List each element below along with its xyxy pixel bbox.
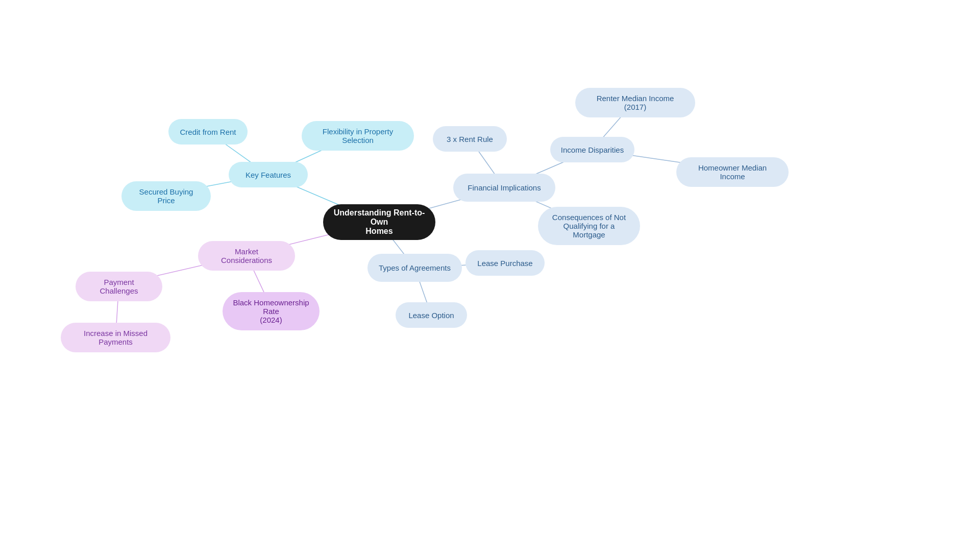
node-homeowner_median[interactable]: Homeowner Median Income: [676, 157, 789, 187]
node-lease_purchase[interactable]: Lease Purchase: [465, 250, 545, 276]
node-label-center: Understanding Rent-to-Own Homes: [333, 208, 425, 236]
node-label-income_disparities: Income Disparities: [561, 146, 624, 154]
node-label-flexibility: Flexibility in Property Selection: [312, 127, 404, 145]
mindmap-container: Understanding Rent-to-Own HomesKey Featu…: [0, 0, 980, 553]
node-center[interactable]: Understanding Rent-to-Own Homes: [323, 204, 435, 240]
node-payment_challenges[interactable]: Payment Challenges: [76, 272, 162, 301]
node-income_disparities[interactable]: Income Disparities: [550, 137, 634, 162]
node-label-key_features: Key Features: [246, 171, 291, 179]
node-label-rent_rule: 3 x Rent Rule: [447, 135, 493, 143]
node-label-renter_median: Renter Median Income (2017): [585, 94, 685, 111]
node-consequences[interactable]: Consequences of Not Qualifying for a Mor…: [538, 207, 640, 245]
node-label-lease_purchase: Lease Purchase: [477, 259, 532, 268]
node-label-black_homeownership: Black Homeownership Rate (2024): [233, 298, 309, 324]
node-label-financial_implications: Financial Implications: [468, 183, 541, 192]
node-renter_median[interactable]: Renter Median Income (2017): [575, 88, 695, 117]
node-lease_option[interactable]: Lease Option: [396, 302, 467, 328]
node-key_features[interactable]: Key Features: [229, 162, 308, 187]
node-types_agreements[interactable]: Types of Agreements: [368, 254, 462, 282]
node-financial_implications[interactable]: Financial Implications: [453, 174, 555, 202]
node-label-consequences: Consequences of Not Qualifying for a Mor…: [548, 213, 630, 239]
node-credit_from_rent[interactable]: Credit from Rent: [168, 119, 248, 145]
node-increase_missed[interactable]: Increase in Missed Payments: [61, 323, 170, 352]
node-label-increase_missed: Increase in Missed Payments: [71, 329, 160, 346]
node-market_considerations[interactable]: Market Considerations: [198, 241, 295, 271]
node-secured_buying[interactable]: Secured Buying Price: [121, 181, 211, 211]
node-black_homeownership[interactable]: Black Homeownership Rate (2024): [223, 292, 320, 330]
node-rent_rule[interactable]: 3 x Rent Rule: [433, 126, 507, 152]
node-label-types_agreements: Types of Agreements: [379, 263, 451, 272]
node-label-credit_from_rent: Credit from Rent: [180, 128, 236, 136]
node-label-lease_option: Lease Option: [408, 311, 454, 320]
node-label-payment_challenges: Payment Challenges: [86, 278, 152, 295]
node-label-homeowner_median: Homeowner Median Income: [687, 163, 778, 181]
node-label-market_considerations: Market Considerations: [208, 247, 285, 265]
node-flexibility[interactable]: Flexibility in Property Selection: [302, 121, 414, 151]
node-label-secured_buying: Secured Buying Price: [132, 187, 201, 205]
